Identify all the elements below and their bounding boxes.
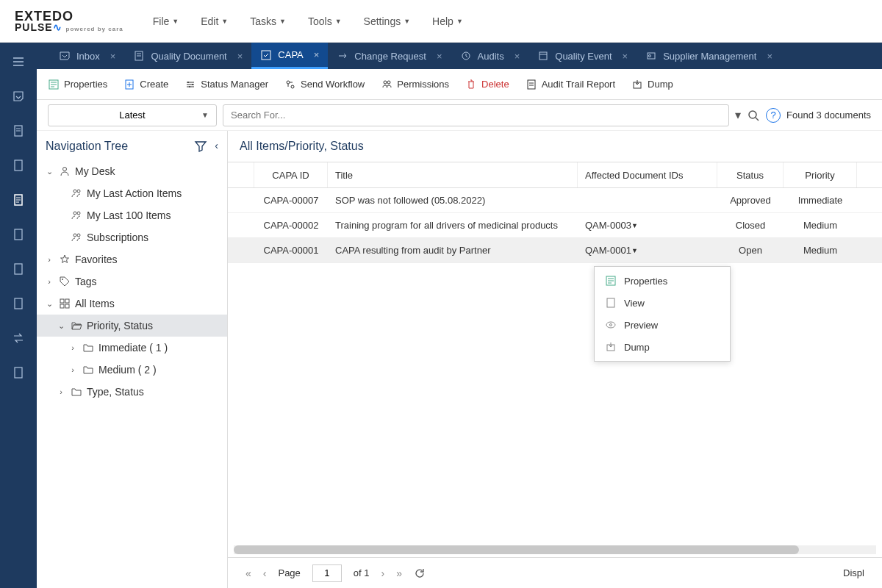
svg-point-17: [189, 86, 190, 87]
create-button[interactable]: Create: [123, 79, 168, 90]
menu-file[interactable]: File▼: [153, 15, 179, 27]
dump-button[interactable]: Dump: [631, 79, 673, 90]
tree-node-my-last-action-items[interactable]: My Last Action Items: [37, 182, 227, 204]
tree-node-my-desk[interactable]: ⌄My Desk: [37, 160, 227, 182]
col-header-status[interactable]: Status: [717, 162, 784, 187]
collapse-icon[interactable]: ‹: [215, 140, 218, 153]
search-row: Latest ▼ ▾ ? Found 3 documents: [37, 100, 882, 131]
hamburger-icon[interactable]: [10, 54, 26, 70]
doc-rail-icon-3[interactable]: [10, 192, 26, 208]
menu-settings[interactable]: Settings▼: [364, 15, 411, 27]
col-header-affected-document-ids[interactable]: Affected Document IDs: [578, 162, 717, 187]
qdoc-icon: [133, 50, 145, 62]
col-header-select[interactable]: [228, 162, 254, 187]
menu-edit[interactable]: Edit▼: [201, 15, 228, 27]
properties-button[interactable]: Properties: [48, 79, 107, 90]
pagination-bar: « ‹ Page of 1 › » Displ: [228, 557, 882, 588]
ctx-preview[interactable]: Preview: [595, 314, 730, 336]
menu-tasks[interactable]: Tasks▼: [250, 15, 286, 27]
ctx-properties[interactable]: Properties: [595, 270, 730, 292]
tree-node-type-status[interactable]: ›Type, Status: [37, 381, 227, 403]
horizontal-scrollbar[interactable]: [234, 545, 876, 554]
action-toolbar: PropertiesCreateStatus ManagerSend Workf…: [37, 69, 882, 100]
col-header-capa-id[interactable]: CAPA ID: [254, 162, 328, 187]
prev-page-button[interactable]: ‹: [263, 567, 267, 579]
inbox-rail-icon[interactable]: [10, 88, 26, 104]
tab-change-request[interactable]: Change Request×: [328, 43, 451, 69]
svg-rect-36: [65, 304, 69, 308]
tree-node-my-last-100-items[interactable]: My Last 100 Items: [37, 204, 227, 226]
help-icon[interactable]: ?: [766, 108, 781, 123]
tree-node-immediate-1-[interactable]: ›Immediate ( 1 ): [37, 337, 227, 359]
tree-node-all-items[interactable]: ⌄All Items: [37, 293, 227, 315]
col-header-title[interactable]: Title: [328, 162, 578, 187]
tree-node-tags[interactable]: ›Tags: [37, 270, 227, 293]
user-icon: [59, 165, 71, 177]
view-dropdown-label: Latest: [119, 110, 145, 121]
delete-button[interactable]: Delete: [465, 79, 509, 90]
close-icon[interactable]: ×: [514, 51, 520, 62]
tab-quality-event[interactable]: Quality Event×: [528, 43, 637, 69]
doc-rail-icon-4[interactable]: [10, 226, 26, 243]
dropdown-trigger-icon[interactable]: ▾: [735, 108, 741, 122]
col-header-priority[interactable]: Priority: [784, 162, 857, 187]
svg-rect-35: [60, 304, 64, 308]
table-row[interactable]: CAPA-00007SOP was not followed (05.08.20…: [228, 188, 882, 213]
ctx-view[interactable]: View: [595, 292, 730, 314]
close-icon[interactable]: ×: [437, 51, 442, 62]
first-page-button[interactable]: «: [245, 567, 251, 579]
folder-icon: [71, 386, 82, 398]
last-page-button[interactable]: »: [396, 567, 402, 579]
close-icon[interactable]: ×: [237, 51, 243, 62]
table-row[interactable]: CAPA-00002Training program for all drive…: [228, 213, 882, 238]
folder-icon: [82, 364, 94, 376]
swap-rail-icon[interactable]: [10, 330, 26, 346]
page-input[interactable]: [312, 564, 342, 582]
filter-icon[interactable]: [194, 140, 207, 153]
close-icon[interactable]: ×: [110, 51, 116, 62]
menu-help[interactable]: Help▼: [432, 15, 463, 27]
dump-icon: [631, 79, 643, 90]
tree-node-subscriptions[interactable]: Subscriptions: [37, 226, 227, 248]
qe-icon: [537, 50, 549, 62]
close-icon[interactable]: ×: [623, 51, 628, 62]
preview-icon: [605, 319, 617, 331]
perm-icon: [381, 79, 392, 90]
search-input[interactable]: [223, 104, 729, 126]
search-icon[interactable]: [747, 109, 760, 122]
doc-rail-icon-2[interactable]: [10, 157, 26, 173]
svg-rect-4: [15, 264, 22, 274]
menu-tools[interactable]: Tools▼: [308, 15, 342, 27]
permissions-button[interactable]: Permissions: [381, 79, 449, 90]
status-manager-button[interactable]: Status Manager: [184, 79, 268, 90]
scrollbar-thumb[interactable]: [234, 545, 799, 554]
menu-bar: File▼Edit▼Tasks▼Tools▼Settings▼Help▼: [153, 15, 463, 27]
tab-inbox[interactable]: Inbox×: [50, 43, 124, 69]
tab-capa[interactable]: CAPA×: [251, 43, 328, 69]
ctx-dump[interactable]: Dump: [595, 336, 730, 358]
tab-supplier-management[interactable]: Supplier Management×: [637, 43, 781, 69]
refresh-button[interactable]: [414, 567, 426, 579]
doc-rail-icon-1[interactable]: [10, 123, 26, 139]
view-dropdown[interactable]: Latest ▼: [48, 104, 217, 126]
grid-area: All Items/Priority, Status CAPA IDTitleA…: [228, 131, 882, 588]
doc-rail-icon-5[interactable]: [10, 261, 26, 277]
send-workflow-button[interactable]: Send Workflow: [284, 79, 365, 90]
props-icon: [605, 275, 617, 287]
doc-rail-icon-7[interactable]: [10, 365, 26, 381]
logo-tagline: powered by cara: [66, 26, 123, 32]
table-row[interactable]: CAPA-00001CAPA resulting from audit by P…: [228, 238, 882, 263]
audit-trail-report-button[interactable]: Audit Trail Report: [526, 79, 615, 90]
next-page-button[interactable]: ›: [381, 567, 385, 579]
chevron-down-icon: ⌄: [56, 321, 66, 331]
close-icon[interactable]: ×: [314, 49, 320, 60]
tree-node-favorites[interactable]: ›Favorites: [37, 248, 227, 270]
svg-rect-34: [65, 299, 69, 303]
tab-audits[interactable]: Audits×: [451, 43, 529, 69]
close-icon[interactable]: ×: [767, 51, 772, 62]
tree-node-medium-2-[interactable]: ›Medium ( 2 ): [37, 359, 227, 381]
tab-quality-document[interactable]: Quality Document×: [124, 43, 251, 69]
svg-point-31: [77, 234, 80, 237]
tree-node-priority-status[interactable]: ⌄Priority, Status: [37, 315, 227, 337]
doc-rail-icon-6[interactable]: [10, 295, 26, 312]
